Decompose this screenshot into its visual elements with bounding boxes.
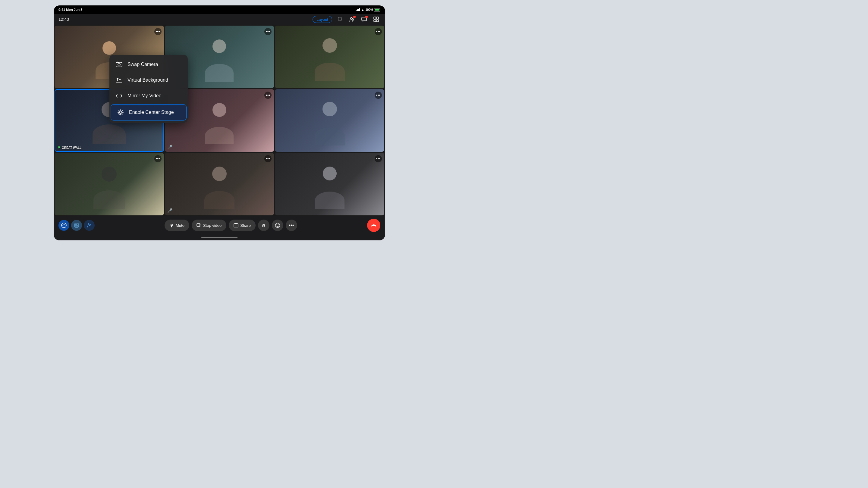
video-cell-9: ••• <box>275 153 384 216</box>
svg-point-21 <box>276 223 280 228</box>
info-icon[interactable]: ⓘ <box>336 15 344 24</box>
mirror-video-label: Mirror My Video <box>127 93 161 98</box>
svg-rect-3 <box>374 17 376 19</box>
stop-video-label: Stop video <box>203 223 221 228</box>
mute-button[interactable]: 🎙 Mute <box>164 220 189 231</box>
share-button[interactable]: Share <box>229 220 255 231</box>
app-icons-group <box>59 220 95 231</box>
webex-app-icon[interactable] <box>59 220 69 231</box>
menu-item-center-stage[interactable]: Enable Center Stage <box>111 104 187 121</box>
reactions-button[interactable] <box>272 220 283 231</box>
name-tag-4: 🎙 GREAT WALL <box>58 146 82 150</box>
signal-icon <box>355 8 360 11</box>
svg-point-11 <box>119 111 122 113</box>
svg-rect-6 <box>376 20 378 22</box>
svg-rect-19 <box>197 224 200 227</box>
video-icon <box>196 223 201 228</box>
mute-icon: 🎙 <box>169 223 174 228</box>
chat-icon[interactable] <box>360 15 368 24</box>
share-icon <box>234 223 239 228</box>
more-button-9[interactable]: ••• <box>375 155 382 162</box>
slido-app-icon[interactable] <box>71 220 82 231</box>
more-button-3[interactable]: ••• <box>375 28 382 35</box>
mute-icon-5: 🎤 <box>167 144 173 150</box>
menu-item-swap-camera[interactable]: Swap Camera <box>110 57 188 72</box>
bottom-toolbar: 🎙 Mute Stop video <box>54 216 385 234</box>
svg-point-8 <box>118 64 120 66</box>
video-cell-7: ••• <box>55 153 164 216</box>
battery-indicator: 100% <box>365 8 380 11</box>
menu-item-mirror-video[interactable]: Mirror My Video <box>110 88 188 104</box>
virtual-background-label: Virtual Background <box>127 77 168 83</box>
more-button-6[interactable]: ••• <box>375 92 382 99</box>
center-stage-label: Enable Center Stage <box>129 110 174 115</box>
video-grid: ••• ••• ••• 🎙 GREAT <box>54 25 385 216</box>
grid-layout-icon[interactable] <box>372 15 380 24</box>
more-button-1[interactable]: ••• <box>154 28 161 35</box>
home-indicator <box>54 234 385 240</box>
ellipsis-icon: ••• <box>289 223 294 228</box>
miro-app-icon[interactable] <box>84 220 95 231</box>
meeting-time: 12:40 <box>59 17 69 22</box>
mirror-video-icon <box>116 92 123 99</box>
center-stage-icon <box>117 109 124 116</box>
swap-camera-label: Swap Camera <box>127 62 158 67</box>
share-label: Share <box>240 223 251 228</box>
status-bar-left: 9:41 Mon Jun 3 <box>59 8 82 11</box>
video-cell-3: ••• <box>275 26 384 88</box>
device-frame: 9:41 Mon Jun 3 ▲ 100% 12:40 Layout ⓘ <box>54 5 385 240</box>
virtual-background-icon <box>116 76 123 84</box>
svg-point-0 <box>350 18 352 19</box>
action-buttons-group: 🎙 Mute Stop video <box>164 220 297 231</box>
context-menu: Swap Camera Virtual Background <box>110 55 188 123</box>
svg-rect-4 <box>376 17 378 19</box>
home-bar <box>201 237 238 238</box>
video-cell-8: ••• 🎤 <box>165 153 274 216</box>
end-call-button[interactable] <box>367 219 380 232</box>
bluetooth-button[interactable] <box>258 220 270 231</box>
more-options-button[interactable]: ••• <box>286 220 297 231</box>
svg-rect-2 <box>362 17 367 21</box>
battery-icon <box>374 8 380 11</box>
swap-camera-icon <box>116 61 123 68</box>
svg-point-1 <box>352 18 354 20</box>
top-toolbar: 12:40 Layout ⓘ <box>54 14 385 25</box>
status-time: 9:41 Mon Jun 3 <box>59 8 82 11</box>
mute-label: Mute <box>176 223 184 228</box>
status-bar-right: ▲ 100% <box>355 8 380 11</box>
svg-rect-5 <box>374 20 376 22</box>
svg-point-23 <box>278 225 279 225</box>
layout-button[interactable]: Layout <box>313 16 332 23</box>
mic-active-icon: 🎙 <box>58 146 61 150</box>
toolbar-right: Layout ⓘ <box>313 15 380 24</box>
menu-item-virtual-background[interactable]: Virtual Background <box>110 72 188 88</box>
battery-percent: 100% <box>365 8 373 11</box>
mute-icon-8: 🎤 <box>167 208 173 213</box>
participant-4-name: GREAT WALL <box>62 146 82 150</box>
status-bar: 9:41 Mon Jun 3 ▲ 100% <box>54 5 385 14</box>
more-button-7[interactable]: ••• <box>154 155 161 162</box>
svg-point-22 <box>276 225 277 225</box>
video-cell-6: ••• <box>275 89 384 152</box>
stop-video-button[interactable]: Stop video <box>192 220 226 231</box>
wifi-icon: ▲ <box>361 8 364 11</box>
svg-point-17 <box>61 223 66 228</box>
participants-icon[interactable] <box>348 15 356 24</box>
